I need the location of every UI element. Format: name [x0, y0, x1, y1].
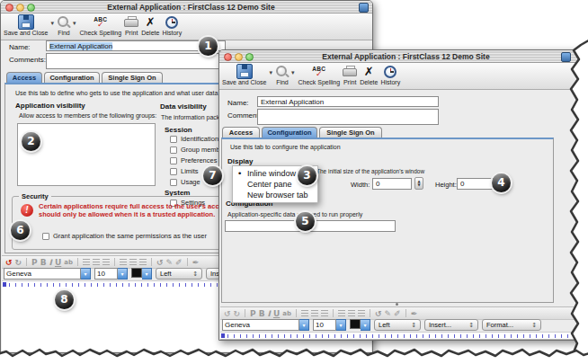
save-dropdown-caret-icon[interactable]: ▾ — [269, 69, 272, 76]
align-right-icon[interactable] — [358, 310, 365, 316]
divider — [151, 258, 152, 266]
pencil-icon[interactable]: ✎ — [166, 258, 174, 267]
checkbox-usage[interactable]: Usage — [170, 178, 200, 186]
combo-arrow-icon[interactable]: ▾ — [299, 319, 309, 331]
outdent-icon[interactable] — [102, 259, 110, 265]
name-input[interactable]: External Application — [257, 96, 439, 107]
checkbox-group-memberships[interactable]: Group membe — [170, 146, 224, 154]
selected-bullet-icon: • — [237, 168, 242, 179]
check-spelling-button[interactable]: ABC✓ Check Spelling — [298, 64, 340, 85]
combo-arrow-icon[interactable]: ▾ — [336, 319, 346, 331]
italic-button[interactable]: I — [268, 309, 271, 318]
history-button[interactable]: History — [380, 64, 400, 85]
checkbox-preferences[interactable]: Preferences — [170, 156, 217, 164]
indent-icon[interactable] — [93, 259, 100, 265]
front-titlebar[interactable]: External Application : FirstClass 12 Dem… — [219, 50, 584, 63]
plain-style-button[interactable]: P — [31, 258, 38, 267]
save-and-close-button[interactable]: Save and Close — [4, 14, 48, 36]
bold-button[interactable]: B — [259, 309, 265, 318]
back-toolbar: Save and Close ▾ Find ▾ ABC✓ Check Spell… — [1, 13, 372, 40]
print-button[interactable]: Print — [343, 64, 357, 85]
checkbox-limits[interactable]: Limits — [170, 167, 199, 175]
size-caption: The initial size of the application's wi… — [316, 168, 424, 174]
comments-input[interactable] — [257, 109, 439, 125]
find-dropdown-caret-icon[interactable]: ▾ — [73, 20, 76, 27]
align-center-icon[interactable] — [348, 310, 355, 316]
find-button[interactable]: Find — [276, 64, 289, 85]
highlight-pencil-icon[interactable]: ✐ — [394, 309, 401, 318]
italic-button[interactable]: I — [49, 258, 52, 267]
minimize-window-icon[interactable] — [235, 53, 243, 61]
find-dropdown-caret-icon[interactable]: ▾ — [291, 69, 295, 76]
comments-input[interactable] — [46, 53, 226, 69]
font-color-combo[interactable]: ▾ — [350, 319, 370, 331]
highlight-pencil-icon[interactable]: ✐ — [175, 258, 183, 267]
menu-item-new-browser-tab[interactable]: New browser tab — [233, 190, 317, 200]
configuration-description: Use this tab to configure the applicatio… — [230, 144, 341, 150]
align-popup[interactable]: Left↕ — [156, 268, 202, 280]
indent-icon[interactable] — [311, 310, 318, 316]
text-size-button[interactable]: ab — [64, 258, 73, 267]
ruler-left-marker[interactable] — [221, 333, 225, 338]
delete-button[interactable]: ✗ Delete — [141, 14, 159, 36]
format-popup[interactable]: Format...↕ — [482, 319, 541, 331]
font-color-combo[interactable]: ▾ — [131, 268, 152, 280]
width-stepper[interactable]: ▲▼ — [414, 177, 423, 190]
history-button[interactable]: History — [162, 14, 182, 36]
redo-icon[interactable]: ↻ — [234, 309, 241, 318]
height-input[interactable]: 0 — [457, 178, 496, 190]
undo-icon[interactable]: ↺ — [224, 309, 231, 318]
close-window-icon[interactable] — [224, 53, 232, 61]
align-left-icon[interactable] — [338, 310, 345, 316]
list-style-icon[interactable] — [301, 310, 308, 316]
ruler-left-marker[interactable] — [3, 282, 6, 287]
font-family-combo[interactable]: Geneva▾ — [4, 268, 91, 280]
align-left-icon[interactable] — [120, 259, 127, 265]
underline-button[interactable]: U — [273, 309, 280, 318]
save-dropdown-caret-icon[interactable]: ▾ — [50, 20, 54, 27]
align-center-icon[interactable] — [129, 259, 137, 265]
combo-arrow-icon[interactable]: ▾ — [118, 268, 128, 280]
align-popup[interactable]: Left↕ — [374, 319, 421, 331]
underline-button[interactable]: U — [55, 258, 61, 267]
signature-pen-icon[interactable]: ✒ — [192, 258, 200, 267]
grant-permissions-checkbox[interactable]: Grant application the same permissions a… — [42, 232, 207, 240]
close-window-icon[interactable] — [5, 4, 13, 12]
combo-arrow-icon[interactable]: ▾ — [81, 268, 91, 280]
plain-style-button[interactable]: P — [250, 309, 256, 318]
font-family-combo[interactable]: Geneva▾ — [222, 319, 309, 331]
redo-icon[interactable]: ↻ — [15, 258, 22, 267]
ruler[interactable] — [220, 332, 583, 340]
groups-list-box[interactable] — [17, 123, 156, 186]
save-and-close-button[interactable]: Save and Close — [222, 64, 266, 85]
magnifier-icon — [58, 16, 70, 29]
align-right-icon[interactable] — [139, 259, 147, 265]
combo-arrow-icon[interactable]: ▾ — [142, 268, 152, 280]
insert-popup[interactable]: Insert...↕ — [424, 319, 478, 331]
callout-4: 4 — [492, 173, 511, 192]
display-heading: Display — [227, 157, 253, 165]
undo-icon[interactable]: ↺ — [5, 258, 13, 267]
rotate-icon[interactable]: ↺ — [375, 309, 382, 318]
width-input[interactable]: 0 — [372, 178, 412, 190]
signature-pen-icon[interactable]: ✒ — [411, 309, 418, 318]
text-size-button[interactable]: ab — [282, 309, 291, 318]
checkbox-identification[interactable]: Identification — [170, 135, 218, 143]
print-button[interactable]: Print — [124, 14, 138, 36]
checkbox-icon — [170, 179, 177, 186]
panel-resize-dot[interactable] — [396, 303, 398, 306]
font-size-combo[interactable]: 10▾ — [313, 319, 346, 331]
rotate-icon[interactable]: ↺ — [156, 258, 164, 267]
bold-button[interactable]: B — [40, 258, 47, 267]
delete-button[interactable]: ✗ Delete — [360, 64, 378, 85]
list-style-icon[interactable] — [83, 259, 90, 265]
find-button[interactable]: Find — [58, 14, 70, 36]
outdent-icon[interactable] — [321, 310, 328, 316]
combo-arrow-icon[interactable]: ▾ — [361, 319, 370, 331]
back-titlebar[interactable]: External Application : FirstClass 12 Dem… — [1, 1, 372, 13]
color-swatch — [131, 268, 142, 278]
minimize-window-icon[interactable] — [16, 4, 24, 12]
font-size-combo[interactable]: 10▾ — [94, 268, 128, 280]
pencil-icon[interactable]: ✎ — [385, 309, 392, 318]
check-spelling-button[interactable]: ABC✓ Check Spelling — [79, 14, 121, 36]
